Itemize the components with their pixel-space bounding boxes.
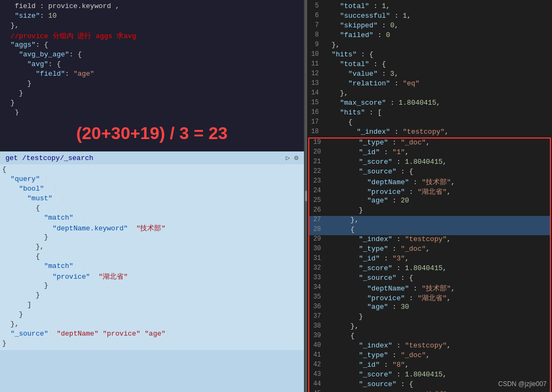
query-code-line: } [0, 339, 304, 349]
right-code-line: 36 "age" : 30 [309, 303, 550, 313]
top-code-area: field : provice.keyword , "size": 10 }, … [0, 0, 304, 115]
query-code-line: }, [0, 320, 304, 330]
right-code-line: 18 "_index" : "testcopy", [307, 128, 552, 137]
code-line: "avg": { [0, 60, 304, 70]
left-panel: field : provice.keyword , "size": 10 }, … [0, 0, 305, 392]
right-code-line: 16 "hits" : [ [307, 108, 552, 118]
right-code-line: 11 "total" : { [307, 60, 552, 70]
right-code-line: 22 "_source" : { [309, 168, 550, 177]
right-code-line: 40 "_index" : "testcopy", [309, 342, 550, 351]
right-code-line: 28 { [309, 226, 550, 235]
right-code-line: 6 "successful" : 1, [307, 12, 552, 21]
right-code-line: 12 "value" : 3, [307, 70, 552, 79]
query-block: get /testcopy/_search ▷ ⚙ { "query":{ "b… [0, 151, 304, 392]
code-line: } [0, 79, 304, 89]
query-code-line: } [0, 281, 304, 291]
query-code-line: "provice": "湖北省" [0, 272, 304, 281]
csdn-watermark: CSDN @jzjie007 [498, 380, 547, 388]
right-code-line: 38 }, [309, 322, 550, 332]
query-code-line: ] [0, 301, 304, 310]
right-panel: 5 "total" : 1, 6 "successful" : 1, 7 "sk… [307, 0, 552, 392]
right-code-line: 31 "_id" : "3", [309, 255, 550, 264]
right-scroll-area[interactable]: 5 "total" : 1, 6 "successful" : 1, 7 "sk… [307, 0, 552, 392]
query-code-line: }, [0, 243, 304, 252]
right-code-line: 32 "_score" : 1.8040415, [309, 264, 550, 274]
right-code-line: 20 "_id" : "1", [309, 148, 550, 158]
right-code-line: 45 "deptName" : "技术部", [309, 390, 550, 392]
query-code-line: } [0, 291, 304, 301]
query-header-text: get /testcopy/_search [5, 154, 93, 162]
code-line: "field": "age" [0, 70, 304, 79]
code-line: "aggs": { [0, 41, 304, 50]
right-code-line: 23 "deptName" : "技术部", [309, 177, 550, 187]
main-container: field : provice.keyword , "size": 10 }, … [0, 0, 552, 392]
right-code-line: 26 } [309, 206, 550, 216]
right-code-line: 27 }, [309, 216, 550, 226]
right-code-line: 5 "total" : 1, [307, 2, 552, 12]
code-line: "avg_by_age": { [0, 50, 304, 60]
right-code-line: 9 }, [307, 41, 552, 50]
query-code-line: } [0, 310, 304, 320]
query-code-line: } [0, 233, 304, 243]
right-code-content: 5 "total" : 1, 6 "successful" : 1, 7 "sk… [307, 0, 552, 392]
query-code-line: "_source":["deptName","provice","age"] [0, 330, 304, 339]
right-code-line: 8 "failed" : 0 [307, 31, 552, 41]
query-code-line: "query":{ [0, 175, 304, 185]
right-code-line: 42 "_id" : "8", [309, 361, 550, 371]
right-code-line: 19 "_type" : "_doc", [309, 139, 550, 148]
right-code-line: 17 { [307, 118, 552, 128]
query-code-line: { [0, 165, 304, 175]
right-code-line: 14 }, [307, 89, 552, 99]
right-code-line: 13 "relation" : "eq" [307, 79, 552, 89]
code-line-comment: //provice 分组内 进行 aggs 求avg [0, 31, 304, 41]
right-code-line: 7 "skipped" : 0, [307, 21, 552, 31]
right-code-line: 29 "_index" : "testcopy", [309, 235, 550, 245]
query-code-line: { [0, 204, 304, 214]
right-code-line: 24 "provice" : "湖北省", [309, 187, 550, 197]
options-icon[interactable]: ⚙ [294, 154, 299, 162]
right-code-line: 21 "_score" : 1.8040415, [309, 158, 550, 168]
annotation-area: (20+30+19) / 3 = 23 [0, 115, 304, 151]
right-code-line: 43 "_score" : 1.8040415, [309, 371, 550, 380]
right-code-line: 37 } [309, 313, 550, 322]
code-line: field : provice.keyword , [0, 2, 304, 12]
right-code-line: 34 "deptName" : "技术部", [309, 284, 550, 293]
annotation-text: (20+30+19) / 3 = 23 [76, 124, 228, 143]
query-header: get /testcopy/_search ▷ ⚙ [0, 151, 304, 164]
code-line: } [0, 89, 304, 99]
right-code-line: 30 "_type" : "_doc", [309, 245, 550, 255]
query-code-line: "must": [ [0, 194, 304, 204]
code-line: } [0, 108, 304, 115]
code-line: }, [0, 21, 304, 31]
code-line: "size": 10 [0, 12, 304, 21]
query-code-line: "match": { [0, 262, 304, 272]
right-code-line: 41 "_type" : "_doc", [309, 351, 550, 361]
right-code-line: 25 "age" : 20 [309, 197, 550, 206]
right-code-line: 33 "_source" : { [309, 274, 550, 284]
right-code-line: 15 "max_score" : 1.8040415, [307, 99, 552, 108]
query-code-line: { [0, 252, 304, 262]
query-code-line: "bool": { [0, 185, 304, 194]
query-header-icons: ▷ ⚙ [286, 154, 299, 162]
query-content: { "query":{ "bool": { "must": [ { [0, 164, 304, 350]
right-code-line: 35 "provice" : "湖北省", [309, 293, 550, 303]
run-icon[interactable]: ▷ [286, 154, 290, 162]
highlight-box: 19 "_type" : "_doc", 20 "_id" : "1", 21 … [308, 137, 551, 392]
right-code-line: 10 "hits" : { [307, 50, 552, 60]
code-line: } [0, 99, 304, 108]
right-code-line: 39 { [309, 332, 550, 342]
query-code-line: "deptName.keyword": "技术部" [0, 223, 304, 233]
query-code-line: "match": { [0, 214, 304, 223]
